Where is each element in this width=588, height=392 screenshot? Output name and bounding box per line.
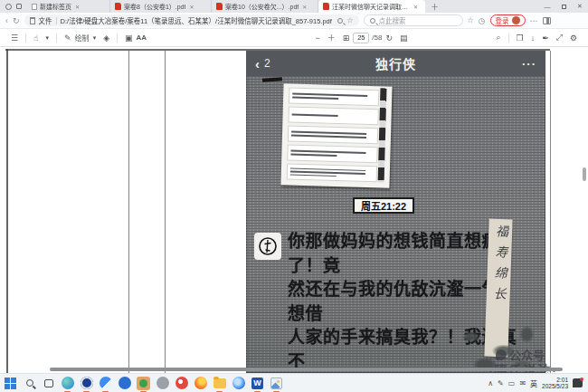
more-menu-icon[interactable]: ⋯ (530, 16, 538, 25)
scan-fold-line (165, 51, 166, 373)
browser-logo-icon[interactable] (5, 4, 12, 10)
favorites-icon[interactable]: ☆ (468, 16, 474, 24)
taskbar-search-button[interactable] (23, 377, 36, 390)
taskbar-app-explorer[interactable] (213, 377, 226, 390)
settings-gear-icon[interactable]: ⚙ (566, 33, 581, 43)
search-input[interactable]: 点此搜索 (364, 14, 463, 26)
print-icon[interactable]: ▤ (396, 33, 412, 43)
taskbar-app-pdf-reader[interactable] (80, 377, 93, 390)
thumbnails-icon[interactable]: ☰ (7, 33, 22, 43)
minimize-button[interactable]: — (539, 0, 555, 13)
page-number-input[interactable]: 25 (353, 33, 369, 43)
text-size-button[interactable]: AA (137, 33, 147, 42)
gray-app-icon (156, 377, 169, 389)
edge-icon (62, 377, 74, 389)
tray-expand-icon[interactable]: ∧ (488, 379, 493, 387)
system-tray: ∧ ✎ ▭ ✉ 英 2:01 2025/5/23 (488, 377, 584, 389)
tab-label: 汪某时微信聊天记录调取_857-915.pdf (332, 2, 410, 11)
taskbar-app-red[interactable] (175, 377, 188, 390)
blue-app-icon (232, 377, 245, 389)
taskbar-app-netdisk[interactable] (99, 377, 112, 390)
back-icon[interactable]: ‹ (5, 16, 8, 25)
reader-icon (81, 377, 93, 389)
new-tab-button[interactable]: ＋ (425, 0, 444, 13)
cloud-disk-icon (100, 377, 112, 389)
tab-close-icon[interactable]: ✕ (301, 4, 308, 10)
taskbar-app-highlighted[interactable] (137, 377, 150, 390)
history-icon[interactable]: ◷ (479, 16, 486, 25)
tray-window-icon[interactable]: ▭ (508, 379, 516, 387)
photo-label-strip (287, 163, 377, 182)
hand-tool-icon[interactable]: ☝ (30, 33, 42, 43)
comment-icon[interactable]: ❐ (513, 33, 527, 43)
bookmark-star-icon[interactable]: ☆ (346, 16, 353, 24)
start-button[interactable] (4, 377, 17, 390)
sign-icon[interactable]: ✒ (538, 33, 553, 43)
taskbar-app-photos[interactable] (270, 377, 283, 390)
zoom-out-button[interactable]: − (312, 33, 324, 43)
time: 2:01 (556, 377, 568, 383)
tray-pen-icon[interactable]: ✎ (498, 379, 504, 387)
chevron-down-icon[interactable]: ▾ (43, 34, 53, 42)
page-layout-icon[interactable]: ▣ (121, 33, 137, 43)
pdf-page: ‹ 2 独行侠 ··· 周五21:22 你那做 (0, 47, 588, 373)
tab-label: 案卷10（公安卷欠...）.pdf (225, 2, 299, 11)
tab-pdf-active[interactable]: 汪某时微信聊天记录调取_857-915.pdf ✕ (318, 0, 425, 13)
login-button[interactable]: 登录 (490, 14, 526, 26)
tab-pdf-case8[interactable]: 案卷8（公安卷1）.pdf ✕ (110, 0, 212, 13)
file-explorer-icon (213, 378, 226, 388)
taskbar-app-firefox[interactable] (194, 377, 207, 390)
tab-close-icon[interactable]: ✕ (74, 4, 81, 10)
notification-icon[interactable] (573, 378, 583, 387)
tab-close-icon[interactable]: ✕ (413, 4, 419, 10)
language-indicator[interactable]: 英 (530, 378, 537, 388)
taskbar-app-qq[interactable] (118, 377, 131, 390)
divider (25, 33, 26, 43)
pdf-toolbar: ☰ ☝ ▾ ✎ 绘制 ▾ ◈ ▣ AA − ＋ ⊞ 25 /58 ↻ ▤ ⌕ ❐… (0, 29, 588, 47)
tab-close-icon[interactable]: ✕ (188, 4, 194, 10)
taskbar-clock[interactable]: 2:01 2025/5/23 (542, 377, 568, 389)
taskbar-app-camera[interactable] (156, 377, 169, 390)
zoom-icon[interactable] (337, 18, 343, 24)
task-view-button[interactable] (42, 377, 55, 390)
expand-icon[interactable]: ⤢ (553, 33, 566, 43)
chat-header: ‹ 2 独行侠 ··· (246, 51, 545, 76)
vertical-scrollbar[interactable] (583, 167, 586, 181)
scan-fold-line (128, 51, 129, 373)
page-total: /58 (372, 33, 382, 42)
close-button[interactable]: ✕ (572, 0, 588, 13)
qq-icon (119, 377, 131, 389)
fit-width-icon[interactable]: ⊞ (339, 33, 354, 43)
tab-bar: 新建标签页 ✕ 案卷8（公安卷1）.pdf ✕ 案卷10（公安卷欠...）.pd… (0, 0, 588, 13)
red-app-icon (175, 377, 188, 389)
tray-mail-icon[interactable]: ✉ (519, 379, 526, 387)
draw-icon[interactable]: ✎ (61, 33, 75, 43)
rotate-icon[interactable]: ↻ (382, 33, 396, 43)
zoom-in-button[interactable]: ＋ (324, 32, 339, 43)
taskbar-app-edge[interactable] (61, 377, 74, 390)
scan-artifact (262, 77, 282, 82)
chevron-down-icon[interactable]: ▾ (90, 34, 100, 42)
find-icon[interactable]: ⌕ (493, 33, 505, 43)
save-icon[interactable]: ↓ (527, 33, 539, 43)
workspace-icon[interactable] (16, 4, 22, 9)
taskbar-app-quark[interactable] (232, 377, 245, 390)
url-path: D:/法律/硬盘大冶案卷/案卷11（笔录思远、石某某）/汪某时微信聊天记录调取_… (61, 15, 335, 25)
wechat-official-account-logo-icon (496, 349, 507, 360)
url-field[interactable]: 文件 D:/法律/硬盘大冶案卷/案卷11（笔录思远、石某某）/汪某时微信聊天记录… (24, 14, 359, 26)
horizontal-scrollbar[interactable] (50, 368, 563, 371)
tab-pdf-case10[interactable]: 案卷10（公安卷欠...）.pdf ✕ (212, 0, 318, 13)
maximize-button[interactable] (555, 0, 572, 13)
refresh-icon[interactable]: ↻ (13, 16, 20, 25)
draw-label[interactable]: 绘制 (75, 33, 90, 43)
eraser-icon[interactable]: ◈ (100, 33, 113, 43)
photo-label-strip (288, 125, 378, 144)
scan-right-edge (550, 51, 551, 373)
search-icon (26, 379, 33, 387)
taskbar-app-word[interactable]: W (251, 377, 264, 390)
tab-new-page[interactable]: 新建标签页 ✕ (27, 0, 110, 13)
shared-photo-message (280, 83, 392, 187)
divider (117, 33, 118, 43)
sidebar-panel-icon[interactable] (543, 17, 551, 24)
search-icon (370, 18, 375, 24)
